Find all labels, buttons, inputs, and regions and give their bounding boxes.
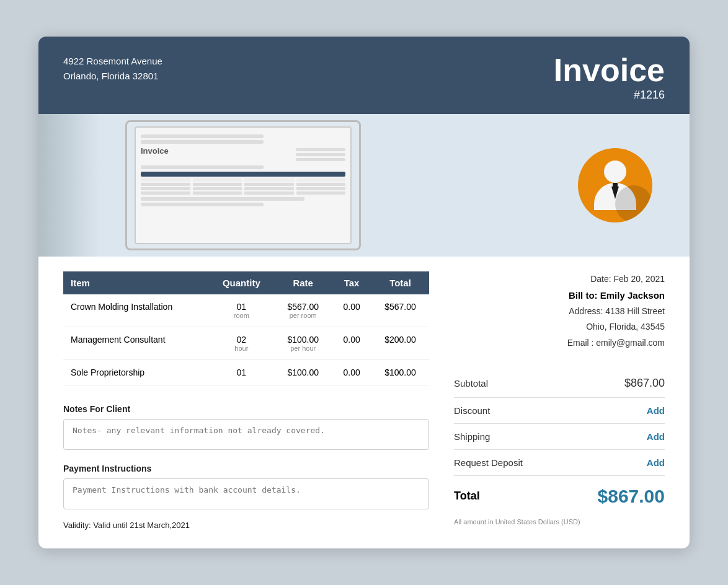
- email-value: emily@gmail.com: [596, 338, 665, 348]
- table-header: Item Quantity Rate Tax Total: [63, 271, 429, 294]
- total-label: Total: [454, 490, 480, 503]
- bill-name: Bill to: Emily Jackson: [454, 287, 665, 304]
- discount-label: Discount: [454, 405, 490, 416]
- address-label: Address:: [569, 306, 603, 316]
- bill-address: Address: 4138 Hill Street: [454, 304, 665, 319]
- col-item: Item: [63, 271, 209, 294]
- cell-total-0: $567.00: [371, 294, 429, 327]
- notes-section: Notes For Client Payment Instructions Va…: [63, 404, 429, 530]
- validity-text: Validity: Valid until 21st March,2021: [63, 521, 429, 530]
- invoice-address: 4922 Rosemont Avenue Orlando, Florida 32…: [63, 54, 162, 84]
- notes-label: Notes For Client: [63, 404, 429, 414]
- invoice-number: #1216: [554, 89, 665, 102]
- bill-to-name: Emily Jackson: [600, 290, 665, 301]
- shipping-row: Shipping Add: [454, 424, 665, 450]
- invoice-right: Date: Feb 20, 2021 Bill to: Emily Jackso…: [454, 257, 665, 530]
- items-table: Item Quantity Rate Tax Total Crown Moldi…: [63, 271, 429, 385]
- col-quantity: Quantity: [209, 271, 275, 294]
- payment-label: Payment Instructions: [63, 464, 429, 473]
- date-label: Date:: [590, 274, 611, 284]
- subtotal-value: $867.00: [624, 377, 665, 390]
- bill-to-label: Bill to:: [569, 290, 598, 301]
- deposit-label: Request Deposit: [454, 457, 523, 468]
- summary-section: Subtotal $867.00 Discount Add Shipping A…: [454, 369, 665, 526]
- table-row: Sole Proprietorship 01 $100.00 0.00 $100…: [63, 360, 429, 385]
- bill-info: Date: Feb 20, 2021 Bill to: Emily Jackso…: [454, 271, 665, 351]
- deposit-row: Request Deposit Add: [454, 450, 665, 476]
- cell-tax-0: 0.00: [332, 294, 371, 327]
- cell-qty-2: 01: [209, 360, 275, 385]
- table-row: Management Consultant 02 hour $100.00 pe…: [63, 327, 429, 360]
- invoice-banner: Invoice: [38, 114, 690, 257]
- col-tax: Tax: [332, 271, 371, 294]
- bill-email: Email : emily@gmail.com: [454, 335, 665, 351]
- invoice-title: Invoice: [554, 54, 665, 86]
- avatar-shadow: [615, 185, 652, 222]
- invoice-title-block: Invoice #1216: [554, 54, 665, 102]
- cell-qty-0: 01 room: [209, 294, 275, 327]
- invoice-card: 4922 Rosemont Avenue Orlando, Florida 32…: [38, 37, 690, 548]
- total-value: $867.00: [598, 486, 665, 507]
- laptop-mock: Invoice: [125, 120, 361, 250]
- subtotal-row: Subtotal $867.00: [454, 369, 665, 398]
- usd-note: All amount in United States Dollars (USD…: [454, 518, 665, 526]
- cell-rate-0: $567.00 per room: [274, 294, 332, 327]
- person-silhouette: [38, 114, 100, 257]
- avatar-block: [578, 148, 652, 222]
- cell-rate-1: $100.00 per hour: [274, 327, 332, 360]
- discount-row: Discount Add: [454, 398, 665, 424]
- subtotal-label: Subtotal: [454, 378, 488, 389]
- email-label: Email :: [567, 338, 594, 348]
- cell-qty-1: 02 hour: [209, 327, 275, 360]
- cell-tax-2: 0.00: [332, 360, 371, 385]
- table-row: Crown Molding Installation 01 room $567.…: [63, 294, 429, 327]
- invoice-header: 4922 Rosemont Avenue Orlando, Florida 32…: [38, 37, 690, 114]
- cell-item-1: Management Consultant: [63, 327, 209, 360]
- col-rate: Rate: [274, 271, 332, 294]
- avatar-head: [604, 161, 626, 183]
- deposit-add-button[interactable]: Add: [647, 457, 665, 468]
- bill-city: Ohio, Florida, 43545: [454, 319, 665, 335]
- payment-input[interactable]: [63, 478, 429, 509]
- invoice-body: Item Quantity Rate Tax Total Crown Moldi…: [38, 257, 690, 548]
- total-row: Total $867.00: [454, 478, 665, 514]
- notes-input[interactable]: [63, 419, 429, 450]
- address-line1: 4922 Rosemont Avenue: [63, 54, 162, 69]
- col-total: Total: [371, 271, 429, 294]
- date-value: Feb 20, 2021: [613, 274, 665, 284]
- bill-date: Date: Feb 20, 2021: [454, 271, 665, 287]
- cell-rate-2: $100.00: [274, 360, 332, 385]
- shipping-add-button[interactable]: Add: [647, 431, 665, 442]
- cell-tax-1: 0.00: [332, 327, 371, 360]
- address-value: 4138 Hill Street: [605, 306, 665, 316]
- cell-total-1: $200.00: [371, 327, 429, 360]
- avatar: [578, 148, 652, 222]
- address-line2: Orlando, Florida 32801: [63, 69, 162, 84]
- invoice-left: Item Quantity Rate Tax Total Crown Moldi…: [63, 257, 429, 530]
- cell-total-2: $100.00: [371, 360, 429, 385]
- items-tbody: Crown Molding Installation 01 room $567.…: [63, 294, 429, 385]
- cell-item-0: Crown Molding Installation: [63, 294, 209, 327]
- cell-item-2: Sole Proprietorship: [63, 360, 209, 385]
- shipping-label: Shipping: [454, 431, 490, 442]
- discount-add-button[interactable]: Add: [647, 405, 665, 416]
